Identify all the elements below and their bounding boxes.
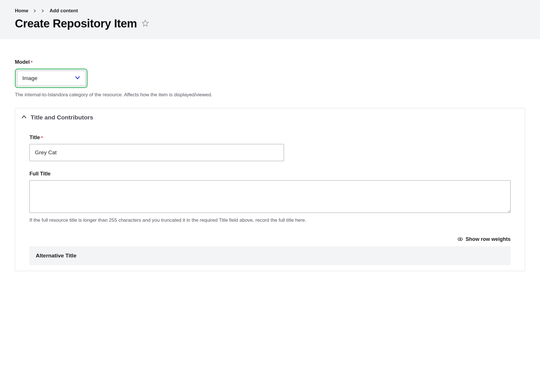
model-description: The internal-to-Islandora category of th… [15,92,525,98]
title-contributors-section: Title and Contributors Title * Full Titl… [15,108,525,271]
svg-marker-0 [142,20,148,26]
breadcrumb-home[interactable]: Home [15,8,28,14]
required-indicator: * [31,60,33,65]
model-select-highlight: Image [15,69,88,88]
section-title: Title and Contributors [31,114,93,121]
page-header: Home Add content Create Repository Item [0,0,540,39]
breadcrumb: Home Add content [15,8,525,14]
chevron-right-icon [33,9,36,13]
full-title-description: If the full resource title is longer tha… [29,217,511,223]
model-select[interactable]: Image [17,71,86,86]
page-title: Create Repository Item [15,17,137,30]
show-weights-label: Show row weights [466,236,511,242]
model-label-text: Model [15,59,30,65]
section-body: Title * Full Title If the full resource … [15,127,525,271]
full-title-label-text: Full Title [29,171,51,177]
model-label: Model * [15,59,525,65]
alternative-title-header-text: Alternative Title [36,253,76,259]
chevron-down-icon [75,75,80,82]
page-title-row: Create Repository Item [15,17,525,30]
title-label: Title * [29,135,511,141]
title-input[interactable] [29,144,284,161]
show-row-weights-toggle[interactable]: Show row weights [29,236,511,242]
chevron-up-icon [21,114,27,121]
svg-point-2 [460,239,461,240]
model-select-value: Image [22,75,37,81]
eye-icon [458,236,463,242]
chevron-right-icon [41,9,44,13]
full-title-label: Full Title [29,171,511,177]
required-indicator: * [41,135,43,140]
section-toggle[interactable]: Title and Contributors [15,108,525,127]
breadcrumb-add-content[interactable]: Add content [49,8,78,14]
alternative-title-header: Alternative Title [29,246,511,265]
star-icon[interactable] [142,19,149,28]
full-title-textarea[interactable] [29,180,511,213]
title-label-text: Title [29,135,40,141]
content-region: Model * Image The internal-to-Islandora … [0,39,540,280]
